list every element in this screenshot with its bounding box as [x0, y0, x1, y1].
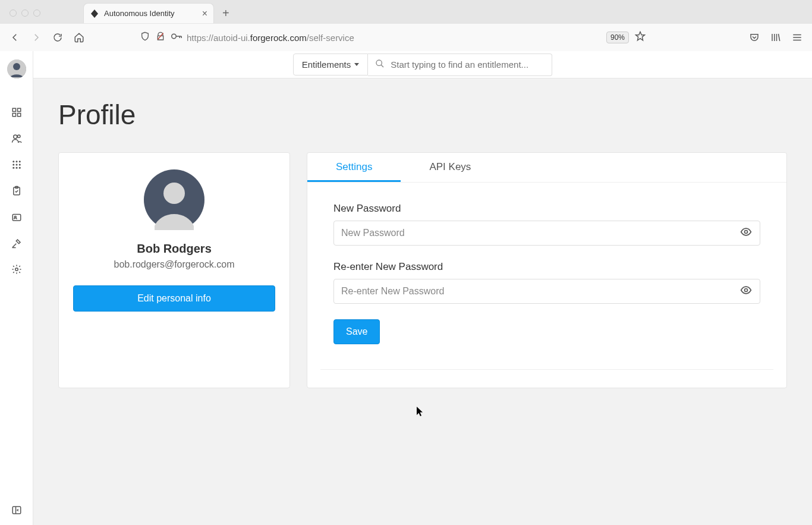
- url-box[interactable]: https://autoid-ui.forgerock.com/self-ser…: [140, 29, 646, 46]
- svg-point-1: [172, 34, 177, 39]
- new-tab-icon[interactable]: +: [222, 7, 229, 19]
- eye-icon[interactable]: [740, 284, 752, 298]
- users-icon[interactable]: [11, 133, 22, 144]
- browser-chrome: Autonomous Identity × +: [0, 0, 812, 51]
- svg-point-31: [745, 289, 748, 292]
- svg-point-11: [15, 161, 17, 162]
- tab-favicon-icon: [90, 9, 99, 18]
- svg-rect-7: [17, 114, 20, 117]
- profile-avatar-icon: [144, 169, 204, 230]
- chevron-down-icon: [354, 63, 359, 66]
- svg-point-23: [15, 268, 18, 271]
- search-input[interactable]: [391, 59, 545, 70]
- browser-tab-bar: Autonomous Identity × +: [0, 0, 812, 24]
- pocket-icon[interactable]: [749, 32, 760, 43]
- search-box[interactable]: [368, 54, 552, 76]
- svg-point-12: [18, 161, 20, 162]
- svg-point-29: [163, 183, 185, 204]
- svg-rect-21: [12, 215, 21, 221]
- svg-point-18: [18, 167, 20, 169]
- key-icon[interactable]: [171, 32, 182, 43]
- save-button[interactable]: Save: [333, 319, 380, 344]
- profile-card: Bob Rodgers bob.rodgers@forgerock.com Ed…: [58, 152, 290, 388]
- svg-point-30: [745, 231, 748, 234]
- close-window-icon[interactable]: [10, 10, 17, 17]
- tab-settings[interactable]: Settings: [307, 153, 401, 182]
- minimize-window-icon[interactable]: [21, 10, 29, 17]
- settings-panel: Settings API Keys New Password: [307, 152, 787, 388]
- url-text: https://autoid-ui.forgerock.com/self-ser…: [187, 33, 602, 43]
- profile-email: bob.rodgers@forgerock.com: [114, 259, 235, 270]
- maximize-window-icon[interactable]: [33, 10, 40, 17]
- hamburger-menu-icon[interactable]: [792, 32, 802, 43]
- svg-point-3: [13, 63, 20, 70]
- window-traffic-lights: [5, 10, 48, 17]
- id-card-icon[interactable]: [11, 212, 22, 222]
- tab-title: Autonomous Identity: [104, 9, 197, 18]
- bookmark-star-icon[interactable]: [635, 31, 646, 44]
- svg-point-9: [17, 135, 20, 138]
- sidebar: [0, 51, 33, 525]
- lock-icon[interactable]: [156, 32, 165, 43]
- reenter-password-input[interactable]: [333, 279, 760, 304]
- svg-line-27: [381, 65, 383, 67]
- svg-rect-6: [12, 114, 15, 117]
- entitlements-filter-label: Entitlements: [302, 59, 351, 70]
- address-bar: https://autoid-ui.forgerock.com/self-ser…: [0, 24, 812, 51]
- home-icon[interactable]: [74, 32, 84, 43]
- edit-personal-info-button[interactable]: Edit personal info: [73, 285, 275, 312]
- gavel-icon[interactable]: [11, 238, 22, 249]
- shield-icon[interactable]: [140, 32, 150, 43]
- tab-api-keys[interactable]: API Keys: [401, 153, 499, 182]
- back-icon[interactable]: [10, 32, 20, 43]
- new-password-label: New Password: [333, 203, 760, 215]
- svg-point-13: [12, 164, 14, 166]
- profile-name: Bob Rodgers: [137, 242, 212, 256]
- svg-rect-4: [12, 108, 15, 111]
- svg-rect-5: [17, 108, 20, 111]
- apps-grid-icon[interactable]: [11, 159, 22, 170]
- zoom-badge[interactable]: 90%: [606, 32, 629, 43]
- tab-close-icon[interactable]: ×: [202, 9, 207, 18]
- topbar: Entitlements: [33, 51, 812, 78]
- reenter-password-label: Re-enter New Password: [333, 261, 760, 273]
- svg-point-17: [15, 167, 17, 169]
- divider: [320, 369, 773, 370]
- entitlements-filter-dropdown[interactable]: Entitlements: [293, 54, 369, 76]
- svg-point-16: [12, 167, 14, 169]
- reload-icon[interactable]: [52, 32, 63, 43]
- svg-point-10: [12, 161, 14, 162]
- tabs: Settings API Keys: [307, 153, 786, 183]
- new-password-input[interactable]: [333, 221, 760, 246]
- browser-tab[interactable]: Autonomous Identity ×: [83, 3, 214, 23]
- svg-point-15: [18, 164, 20, 166]
- eye-icon[interactable]: [740, 226, 752, 240]
- page-title: Profile: [58, 99, 787, 131]
- avatar[interactable]: [7, 59, 26, 78]
- library-icon[interactable]: [770, 32, 781, 43]
- clipboard-check-icon[interactable]: [11, 186, 22, 196]
- dashboard-icon[interactable]: [11, 107, 22, 118]
- collapse-sidebar-icon[interactable]: [11, 505, 22, 515]
- svg-point-14: [15, 164, 17, 166]
- svg-point-26: [376, 60, 382, 65]
- svg-point-8: [13, 135, 17, 139]
- forward-icon[interactable]: [31, 32, 42, 43]
- search-icon: [375, 59, 385, 71]
- gear-icon[interactable]: [11, 264, 22, 275]
